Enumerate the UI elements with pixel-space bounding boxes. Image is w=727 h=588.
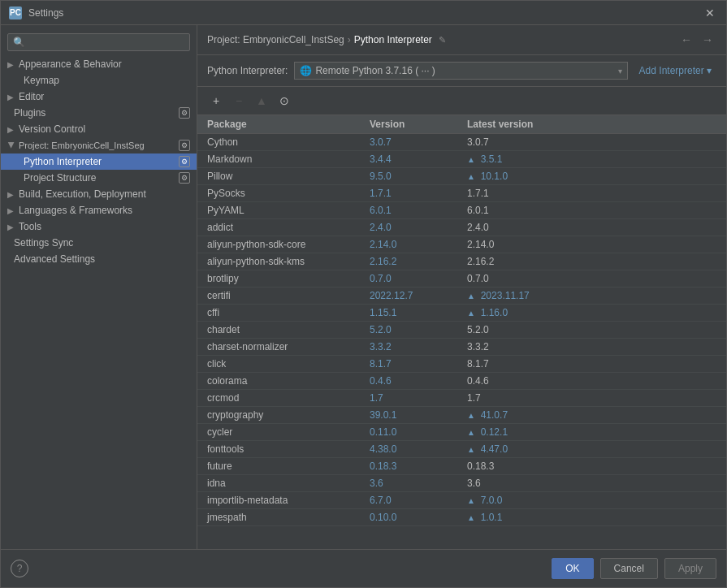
apply-button[interactable]: Apply [664, 558, 716, 579]
table-row[interactable]: colorama0.4.60.4.6 [197, 373, 726, 390]
sidebar-item-languages[interactable]: ▶ Languages & Frameworks [1, 202, 197, 218]
main-content: ▶ Appearance & Behavior Keymap ▶ Editor … [1, 25, 726, 549]
table-row[interactable]: aliyun-python-sdk-core2.14.02.14.0 [197, 236, 726, 253]
sidebar-item-advanced-settings[interactable]: Advanced Settings [1, 251, 197, 267]
breadcrumb-separator: › [348, 34, 351, 45]
package-name: colorama [207, 375, 370, 387]
package-version: 6.0.1 [370, 205, 467, 216]
table-row[interactable]: click8.1.78.1.7 [197, 356, 726, 373]
package-latest-version: 1.7 [467, 392, 716, 404]
package-name: Pillow [207, 171, 370, 182]
sidebar-item-settings-sync[interactable]: Settings Sync [1, 235, 197, 251]
package-name: importlib-metadata [207, 495, 370, 506]
table-row[interactable]: Markdown3.4.4▲ 3.5.1 [197, 151, 726, 168]
table-row[interactable]: aliyun-python-sdk-kms2.16.22.16.2 [197, 253, 726, 270]
app-icon: PC [9, 6, 22, 19]
footer-left: ? [11, 560, 28, 577]
sidebar-label-keymap: Keymap [24, 75, 59, 86]
table-row[interactable]: importlib-metadata6.7.0▲ 7.0.0 [197, 492, 726, 509]
chevron-right-icon: ▶ [7, 125, 15, 134]
col-header-latest: Latest version [467, 119, 716, 130]
package-latest-version: 3.6 [467, 478, 716, 489]
interpreter-row: Python Interpreter: 🌐 Remote Python 3.7.… [197, 55, 726, 87]
package-name: click [207, 358, 370, 370]
search-input[interactable] [7, 33, 190, 51]
packages-list: Cython3.0.73.0.7Markdown3.4.4▲ 3.5.1Pill… [197, 134, 726, 549]
package-latest-version: ▲ 0.12.1 [467, 426, 716, 438]
chevron-right-icon: ▶ [7, 206, 15, 215]
upgrade-package-button[interactable]: ▲ [253, 92, 270, 110]
remote-python-icon: 🌐 [300, 65, 312, 76]
sidebar-item-project[interactable]: ▶ Project: EmbryonicCell_InstSeg ⚙ [1, 137, 197, 153]
update-arrow-icon: ▲ [467, 172, 478, 181]
package-latest-version: 0.18.3 [467, 460, 716, 472]
package-version: 0.11.0 [370, 426, 467, 438]
package-latest-version: 5.2.0 [467, 324, 716, 335]
sidebar-label-python-interpreter: Python Interpreter [24, 156, 102, 167]
table-row[interactable]: addict2.4.02.4.0 [197, 219, 726, 236]
table-row[interactable]: certifi2022.12.7▲ 2023.11.17 [197, 288, 726, 305]
table-row[interactable]: charset-normalizer3.3.23.3.2 [197, 339, 726, 356]
table-row[interactable]: idna3.63.6 [197, 475, 726, 492]
table-row[interactable]: jmespath0.10.0▲ 1.0.1 [197, 509, 726, 526]
package-version: 9.5.0 [370, 171, 467, 182]
chevron-right-icon: ▶ [7, 223, 15, 231]
package-latest-version: 1.7.1 [467, 188, 716, 199]
table-row[interactable]: chardet5.2.05.2.0 [197, 322, 726, 339]
table-row[interactable]: future0.18.30.18.3 [197, 458, 726, 475]
add-interpreter-button[interactable]: Add Interpreter ▾ [634, 63, 716, 79]
sidebar-item-editor[interactable]: ▶ Editor [1, 89, 197, 105]
sidebar-item-plugins[interactable]: Plugins ⚙ [1, 105, 197, 121]
package-version: 2022.12.7 [370, 290, 467, 301]
package-latest-version: ▲ 1.0.1 [467, 512, 716, 523]
package-version: 39.0.1 [370, 409, 467, 421]
table-row[interactable]: cycler0.11.0▲ 0.12.1 [197, 424, 726, 441]
nav-back-button[interactable]: ← [677, 32, 695, 48]
table-row[interactable]: cffi1.15.1▲ 1.16.0 [197, 305, 726, 322]
dropdown-arrow-icon: ▾ [618, 67, 622, 76]
table-row[interactable]: brotlipy0.7.00.7.0 [197, 270, 726, 288]
sidebar-item-keymap[interactable]: Keymap [1, 72, 197, 89]
sidebar-item-version-control[interactable]: ▶ Version Control [1, 121, 197, 137]
sidebar-item-build[interactable]: ▶ Build, Execution, Deployment [1, 186, 197, 202]
interpreter-label: Python Interpreter: [207, 65, 288, 76]
interpreter-dropdown[interactable]: 🌐 Remote Python 3.7.16 ( ··· ) ▾ [294, 62, 627, 80]
packages-header: Package Version Latest version [197, 115, 726, 134]
update-arrow-icon: ▲ [467, 411, 478, 420]
remove-package-button[interactable]: − [230, 92, 248, 110]
close-button[interactable]: ✕ [702, 5, 718, 21]
sidebar-item-tools[interactable]: ▶ Tools [1, 218, 197, 235]
package-name: addict [207, 222, 370, 233]
ok-button[interactable]: OK [552, 558, 593, 579]
table-row[interactable]: PyYAML6.0.16.0.1 [197, 202, 726, 219]
table-row[interactable]: crcmod1.71.7 [197, 390, 726, 407]
package-latest-version: 3.0.7 [467, 136, 716, 148]
table-row[interactable]: PySocks1.7.11.7.1 [197, 185, 726, 202]
package-latest-version: 2.14.0 [467, 239, 716, 250]
title-bar: PC Settings ✕ [1, 1, 726, 25]
nav-forward-button[interactable]: → [699, 32, 716, 48]
table-row[interactable]: cryptography39.0.1▲ 41.0.7 [197, 407, 726, 424]
cancel-button[interactable]: Cancel [600, 558, 658, 579]
help-button[interactable]: ? [11, 560, 28, 577]
sidebar-label-appearance: Appearance & Behavior [19, 58, 122, 70]
package-latest-version: 3.3.2 [467, 341, 716, 352]
sidebar-item-python-interpreter[interactable]: Python Interpreter ⚙ [1, 153, 197, 170]
table-row[interactable]: Pillow9.5.0▲ 10.1.0 [197, 168, 726, 185]
project-settings-icon: ⚙ [179, 140, 190, 151]
table-row[interactable]: Cython3.0.73.0.7 [197, 134, 726, 151]
sidebar-item-project-structure[interactable]: Project Structure ⚙ [1, 170, 197, 186]
nav-arrows: ← → [677, 32, 716, 48]
package-name: certifi [207, 290, 370, 301]
add-package-button[interactable]: + [207, 92, 225, 110]
package-version: 4.38.0 [370, 443, 467, 455]
package-latest-version: 2.16.2 [467, 256, 716, 267]
package-latest-version: 8.1.7 [467, 358, 716, 370]
package-name: PyYAML [207, 205, 370, 216]
package-version: 0.10.0 [370, 512, 467, 523]
sidebar-item-appearance[interactable]: ▶ Appearance & Behavior [1, 56, 197, 72]
refresh-packages-button[interactable]: ⊙ [275, 92, 293, 110]
breadcrumb: Project: EmbryonicCell_InstSeg › Python … [207, 34, 446, 45]
table-row[interactable]: fonttools4.38.0▲ 4.47.0 [197, 441, 726, 458]
package-version: 2.14.0 [370, 239, 467, 250]
